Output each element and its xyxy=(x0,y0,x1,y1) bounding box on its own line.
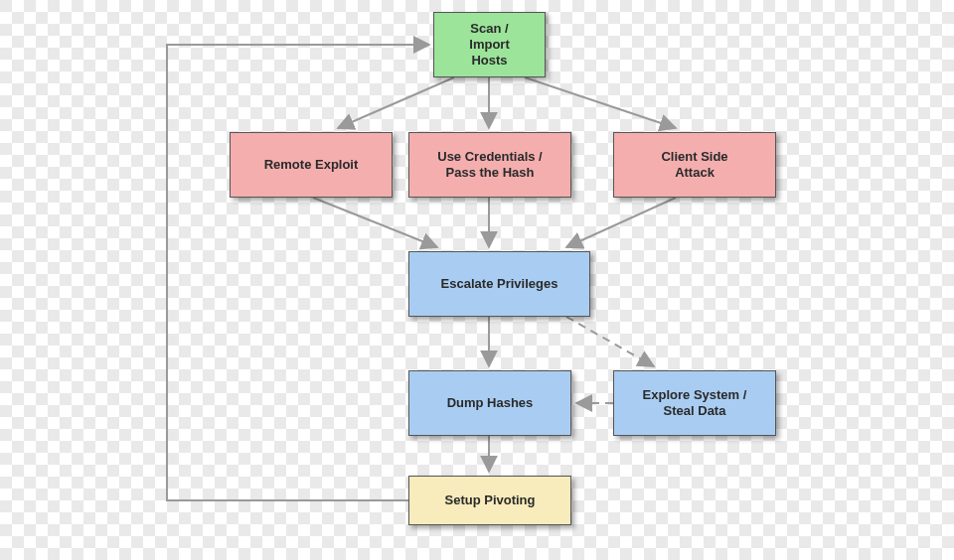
node-client: Client Side Attack xyxy=(613,132,776,198)
node-label: Remote Exploit xyxy=(264,157,359,173)
node-scan: Scan / Import Hosts xyxy=(433,12,546,77)
node-label: Client Side Attack xyxy=(661,149,727,182)
node-remote: Remote Exploit xyxy=(230,132,393,198)
node-label: Escalate Privileges xyxy=(441,276,558,292)
edge-escalate-explore xyxy=(566,317,654,366)
node-label: Scan / Import Hosts xyxy=(469,21,509,70)
edge-scan-remote xyxy=(338,77,454,128)
node-creds: Use Credentials / Pass the Hash xyxy=(408,132,571,198)
node-label: Explore System / Steal Data xyxy=(643,387,747,420)
node-label: Dump Hashes xyxy=(447,395,534,411)
node-label: Use Credentials / Pass the Hash xyxy=(437,149,543,182)
edge-scan-client xyxy=(525,77,676,128)
node-pivot: Setup Pivoting xyxy=(408,476,571,525)
edge-pivot-scan xyxy=(167,45,429,500)
node-label: Setup Pivoting xyxy=(445,492,536,508)
node-dump: Dump Hashes xyxy=(408,370,571,436)
node-explore: Explore System / Steal Data xyxy=(613,370,776,436)
edge-client-escalate xyxy=(566,198,676,247)
edge-remote-escalate xyxy=(313,198,437,247)
flowchart-diagram: Scan / Import Hosts Remote Exploit Use C… xyxy=(0,0,954,560)
node-escalate: Escalate Privileges xyxy=(408,251,590,317)
